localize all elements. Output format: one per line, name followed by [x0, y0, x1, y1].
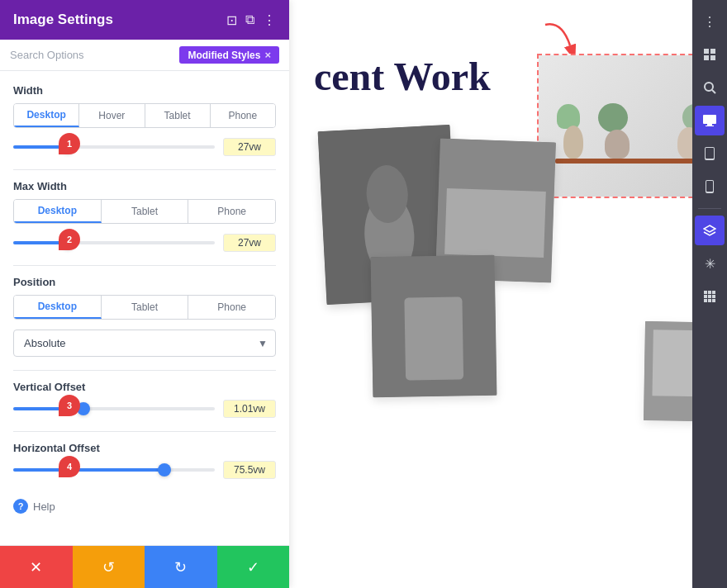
tab-phone-position[interactable]: Phone: [188, 296, 275, 319]
help-icon: ?: [13, 499, 28, 514]
max-width-badge: 2: [59, 229, 80, 250]
svg-rect-29: [704, 295, 707, 298]
width-slider-row: 1: [13, 138, 276, 156]
more-icon[interactable]: ⋮: [263, 12, 276, 28]
position-tab-group: Desktop Tablet Phone: [13, 295, 276, 320]
modified-badge-label: Modified Styles: [188, 50, 260, 61]
vase1: [563, 126, 583, 159]
canvas-heading: cent Work: [314, 54, 491, 99]
divider-2: [13, 265, 276, 266]
right-tools-divider: [698, 208, 721, 209]
tab-tablet-maxwidth[interactable]: Tablet: [102, 200, 189, 223]
columns-icon[interactable]: ⧉: [245, 12, 254, 27]
svg-point-21: [710, 159, 710, 160]
desktop-icon[interactable]: [695, 106, 725, 135]
horizontal-offset-slider-thumb[interactable]: [158, 463, 171, 477]
horizontal-offset-label: Horizontal Offset: [13, 442, 276, 454]
width-badge: 1: [59, 133, 80, 154]
max-width-section: Max Width Desktop Tablet Phone 2: [13, 180, 276, 252]
close-modified-badge[interactable]: ×: [264, 49, 271, 61]
horizontal-offset-value-input[interactable]: [223, 461, 276, 479]
tab-desktop-width[interactable]: Desktop: [14, 104, 79, 127]
sidebar-panel: Image Settings ⊡ ⧉ ⋮ Search Options Modi…: [0, 0, 289, 588]
sidebar-header: Image Settings ⊡ ⧉ ⋮: [0, 0, 289, 40]
tab-phone-width[interactable]: Phone: [211, 104, 275, 127]
max-width-slider-track[interactable]: [13, 241, 215, 244]
tab-hover-width[interactable]: Hover: [79, 104, 145, 127]
svg-point-14: [705, 83, 713, 91]
svg-rect-23: [706, 181, 713, 192]
max-width-slider-row: 2: [13, 234, 276, 252]
vertical-offset-badge: 3: [59, 395, 80, 416]
vase2: [605, 130, 630, 159]
position-select[interactable]: Static Relative Absolute Fixed Sticky: [13, 330, 276, 357]
plant1: [557, 104, 580, 129]
svg-rect-18: [706, 126, 714, 126]
width-section: Width Desktop Hover Tablet Phone 1: [13, 84, 276, 156]
svg-rect-13: [710, 55, 715, 60]
panel-content: Width Desktop Hover Tablet Phone 1 Max W…: [0, 71, 289, 545]
width-value-input[interactable]: [223, 138, 276, 156]
position-select-wrapper: Static Relative Absolute Fixed Sticky ▼: [13, 330, 276, 357]
phone-icon[interactable]: [695, 172, 725, 202]
undo-button[interactable]: ↺: [73, 546, 145, 588]
width-slider-track[interactable]: [13, 145, 215, 149]
help-label[interactable]: Help: [33, 500, 55, 513]
svg-point-24: [710, 192, 710, 193]
sidebar-header-icons: ⊡ ⧉ ⋮: [226, 12, 276, 28]
svg-rect-16: [703, 115, 716, 124]
more-options-icon[interactable]: ⋮: [695, 7, 725, 36]
max-width-tab-group: Desktop Tablet Phone: [13, 199, 276, 224]
svg-rect-11: [710, 49, 715, 54]
svg-rect-5: [444, 188, 546, 258]
tablet-icon[interactable]: [695, 139, 725, 168]
svg-rect-32: [704, 299, 707, 302]
modified-badge: Modified Styles ×: [179, 46, 279, 64]
svg-rect-31: [712, 295, 715, 298]
grid2-icon[interactable]: [695, 282, 725, 311]
plant2: [598, 103, 628, 132]
svg-marker-25: [704, 225, 715, 232]
search-icon[interactable]: [695, 73, 725, 102]
svg-line-15: [712, 90, 715, 93]
width-tab-group: Desktop Hover Tablet Phone: [13, 103, 276, 128]
layers-icon[interactable]: [695, 216, 725, 245]
horizontal-offset-section: Horizontal Offset 4: [13, 442, 276, 479]
tab-desktop-position[interactable]: Desktop: [14, 296, 102, 319]
vertical-offset-value-input[interactable]: [223, 400, 276, 418]
search-bar: Search Options Modified Styles ×: [0, 40, 289, 71]
redo-button[interactable]: ↻: [145, 546, 217, 588]
vertical-offset-section: Vertical Offset 3: [13, 381, 276, 418]
svg-rect-34: [712, 299, 715, 302]
svg-rect-33: [708, 299, 711, 302]
tab-tablet-position[interactable]: Tablet: [102, 296, 189, 319]
vertical-offset-slider-row: 3: [13, 400, 276, 418]
sidebar-title: Image Settings: [13, 12, 113, 28]
svg-rect-17: [707, 124, 712, 126]
svg-rect-28: [712, 291, 715, 294]
search-placeholder[interactable]: Search Options: [10, 49, 173, 61]
horizontal-offset-slider-fill: [13, 468, 164, 472]
help-row: ? Help: [13, 492, 276, 517]
position-section: Position Desktop Tablet Phone Static Rel…: [13, 276, 276, 357]
divider-1: [13, 169, 276, 170]
save-button[interactable]: ✓: [217, 546, 290, 588]
horizontal-offset-slider-track[interactable]: [13, 468, 215, 472]
photo3: [371, 255, 497, 398]
svg-rect-20: [706, 148, 714, 159]
vertical-offset-slider-track[interactable]: [13, 407, 215, 410]
cancel-button[interactable]: ✕: [0, 546, 73, 588]
width-label: Width: [13, 84, 276, 97]
svg-rect-27: [708, 291, 711, 294]
max-width-value-input[interactable]: [223, 234, 276, 252]
resize-icon[interactable]: ⊡: [226, 12, 237, 28]
position-label: Position: [13, 276, 276, 288]
tab-desktop-maxwidth[interactable]: Desktop: [14, 200, 102, 223]
svg-rect-30: [708, 295, 711, 298]
grid-icon[interactable]: [695, 40, 725, 69]
bottom-toolbar: ✕ ↺ ↻ ✓: [0, 545, 289, 588]
settings-icon[interactable]: ✳: [695, 249, 725, 278]
tab-tablet-width[interactable]: Tablet: [145, 104, 211, 127]
tab-phone-maxwidth[interactable]: Phone: [188, 200, 275, 223]
svg-rect-7: [404, 296, 463, 380]
